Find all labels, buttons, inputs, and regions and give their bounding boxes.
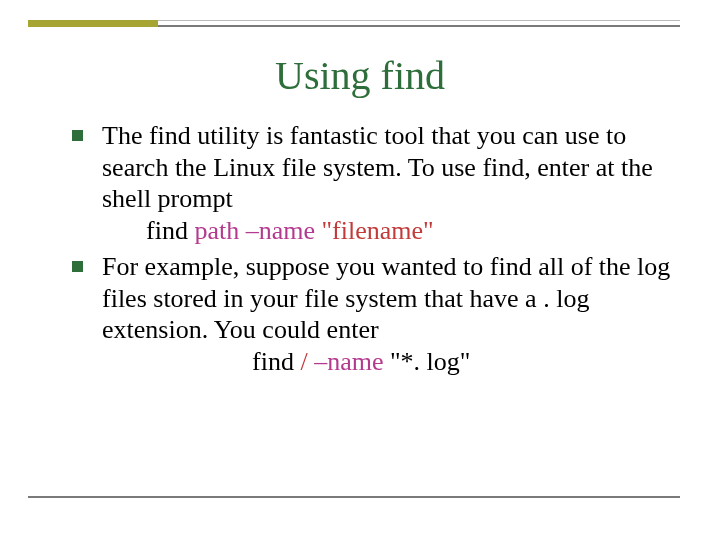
bullet-text: The find utility is fantastic tool that … <box>102 121 653 213</box>
bullet-text: For example, suppose you wanted to find … <box>102 252 670 344</box>
slide-body: The find utility is fantastic tool that … <box>72 120 672 382</box>
cmd-part: find <box>252 347 300 376</box>
cmd-part: –name <box>314 347 383 376</box>
bottom-rule <box>28 496 680 498</box>
square-bullet-icon <box>72 130 83 141</box>
square-bullet-icon <box>72 261 83 272</box>
cmd-part: path <box>194 216 239 245</box>
cmd-part: / <box>300 347 307 376</box>
cmd-part: find <box>146 216 194 245</box>
bullet-item: The find utility is fantastic tool that … <box>72 120 672 247</box>
cmd-part: "*. log" <box>383 347 470 376</box>
command-line: find / –name "*. log" <box>102 346 672 378</box>
slide: Using find The find utility is fantastic… <box>0 0 720 540</box>
cmd-part: –name <box>246 216 315 245</box>
cmd-part: "filename" <box>321 216 433 245</box>
bullet-item: For example, suppose you wanted to find … <box>72 251 672 378</box>
command-line: find path –name "filename" <box>102 215 672 247</box>
accent-bar <box>28 20 158 27</box>
slide-title: Using find <box>0 52 720 99</box>
